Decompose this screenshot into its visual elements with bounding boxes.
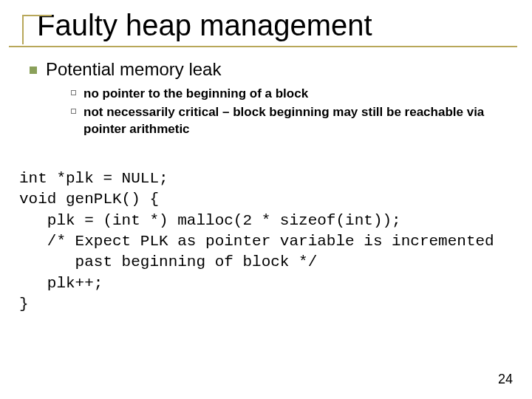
title-top-rule [22, 15, 52, 16]
hollow-square-bullet-icon [71, 109, 76, 114]
bullet-level2-text: no pointer to the beginning of a block [83, 86, 308, 103]
code-block: int *plk = NULL; void genPLK() { plk = (… [19, 168, 517, 315]
page-number: 24 [498, 372, 513, 387]
slide-title: Faulty heap management [37, 9, 517, 41]
title-corner-rule [22, 15, 28, 44]
bullet-level2-group: no pointer to the beginning of a block n… [71, 86, 510, 138]
bullet-level1: Potential memory leak [30, 59, 510, 80]
title-underline [9, 46, 517, 47]
bullet-level2: not necessarily critical – block beginni… [71, 104, 510, 138]
slide: Faulty heap management Potential memory … [0, 0, 532, 399]
hollow-square-bullet-icon [71, 90, 76, 95]
square-bullet-icon [30, 66, 37, 74]
bullet-level1-text: Potential memory leak [46, 59, 221, 80]
bullet-level2-text: not necessarily critical – block beginni… [83, 104, 510, 138]
body: Potential memory leak no pointer to the … [30, 59, 510, 140]
title-block: Faulty heap management [15, 9, 517, 41]
bullet-level2: no pointer to the beginning of a block [71, 86, 510, 103]
